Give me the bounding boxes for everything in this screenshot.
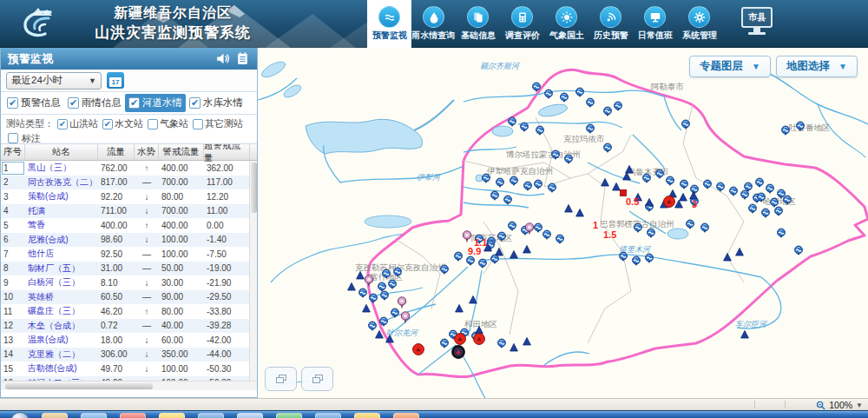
nav-item-5[interactable]: 气象国土 xyxy=(544,0,589,48)
table-row[interactable]: 7他什店92.50—100.00-7.50 xyxy=(1,247,257,262)
taskbar-app-icon-4[interactable] xyxy=(159,413,185,418)
triangle-station-marker[interactable] xyxy=(357,271,365,279)
black-ring-alert-marker[interactable] xyxy=(452,346,464,357)
taskbar-app-icon-9[interactable] xyxy=(354,413,380,418)
taskbar-app-icon-6[interactable] xyxy=(237,413,263,418)
gear-icon xyxy=(688,6,710,28)
calendar-icon[interactable]: 17 xyxy=(107,72,124,89)
thematic-layers-button[interactable]: 专题图层 ▼ xyxy=(689,56,771,77)
filter-chip-1[interactable]: ✔预警信息 xyxy=(3,94,64,112)
browser-zoom-control[interactable]: 100% ▼ xyxy=(816,399,863,411)
table-row[interactable]: 12木垒（合成）0.72—40.00-39.28 xyxy=(1,319,257,334)
taskbar-app-icon-5[interactable] xyxy=(198,413,224,418)
pin-station-marker[interactable] xyxy=(359,289,367,298)
red-alert-marker[interactable] xyxy=(664,196,675,208)
table-row[interactable]: 6尼雅(合成)98.60↓100.00-1.40 xyxy=(1,233,257,248)
city-county-button[interactable]: 市县 xyxy=(736,7,778,43)
taskbar-app-icon-8[interactable] xyxy=(315,413,341,418)
row-no: 4 xyxy=(1,204,25,219)
windows-icon xyxy=(276,375,286,383)
pin-station-marker[interactable] xyxy=(782,126,790,136)
filter-chip-4[interactable]: ✔水库水情 xyxy=(186,94,247,112)
filter-chip-2[interactable]: ✔雨情信息 xyxy=(64,94,125,112)
window-tool-button-1[interactable] xyxy=(265,367,297,391)
annotation-checkbox[interactable] xyxy=(8,133,18,143)
station-name: 托满 xyxy=(25,204,98,219)
red-alert-marker[interactable] xyxy=(413,344,424,355)
os-taskbar[interactable] xyxy=(0,410,868,418)
column-header[interactable]: 水势 xyxy=(135,144,159,160)
nav-item-2[interactable]: 雨水情查询 xyxy=(411,0,456,48)
table-row[interactable]: 15吉勒德(合成)49.70↓100.00-50.30 xyxy=(1,362,257,376)
vertical-scrollbar[interactable] xyxy=(249,161,257,382)
station-type-2[interactable]: ✔水文站 xyxy=(102,117,143,130)
table-row[interactable]: 1黑山（三）762.00↑400.00362.00 xyxy=(1,161,257,176)
nav-item-7[interactable]: 日常值班 xyxy=(633,0,677,48)
flow-value: 18.00 xyxy=(98,333,135,348)
nav-item-label: 预警监视 xyxy=(372,30,407,41)
station-type-text: 山洪站 xyxy=(69,117,98,130)
vertical-scroll-thumb[interactable] xyxy=(251,163,257,213)
table-row[interactable]: 14克里雅（二）306.00↓350.00-44.00 xyxy=(1,348,257,362)
nav-item-4[interactable]: 调查评价 xyxy=(500,0,544,48)
pin-station-marker[interactable] xyxy=(369,322,377,331)
checkbox[interactable]: ✔ xyxy=(7,97,18,109)
station-type-3[interactable]: 气象站 xyxy=(148,117,188,130)
triangle-station-marker[interactable] xyxy=(363,304,371,312)
filter-chip-3[interactable]: ✔河道水情 xyxy=(125,94,186,112)
red-alert-marker[interactable] xyxy=(474,334,485,345)
time-range-select[interactable]: 最近24小时 ▼ xyxy=(6,72,102,90)
column-header[interactable]: 序号 xyxy=(1,144,25,160)
map-select-button[interactable]: 地图选择 ▼ xyxy=(776,56,858,77)
speaker-icon[interactable] xyxy=(215,51,230,66)
taskbar-app-icon-2[interactable] xyxy=(81,413,107,418)
table-row[interactable]: 3策勒(合成)92.20↓80.0012.20 xyxy=(1,189,257,204)
taskbar-app-icon-3[interactable] xyxy=(120,413,146,418)
triangle-station-marker[interactable] xyxy=(741,330,749,338)
taskbar-app-icon-7[interactable] xyxy=(276,413,302,418)
table-row[interactable]: 8制材厂（五）31.00—50.00-19.00 xyxy=(1,262,257,276)
table-row[interactable]: 10英雄桥60.50—90.00-29.50 xyxy=(1,290,257,305)
table-row[interactable]: 2同古孜洛克（二）817.00—700.00117.00 xyxy=(1,176,257,190)
column-header[interactable]: 警戒流量 xyxy=(159,144,204,160)
triangle-station-marker[interactable] xyxy=(348,282,356,290)
table-row[interactable]: 5莺香400.00↑400.000.00 xyxy=(1,218,257,233)
column-header[interactable]: 流量 xyxy=(98,144,135,160)
horizontal-scrollbar[interactable] xyxy=(1,381,257,390)
station-type-4[interactable]: 其它测站 xyxy=(193,117,243,130)
nav-item-6[interactable]: 历史预警 xyxy=(589,0,633,48)
horizontal-scroll-thumb[interactable] xyxy=(5,383,153,389)
warn-flow: 90.00 xyxy=(159,290,204,305)
over-warn-flow: -39.28 xyxy=(204,319,250,334)
taskbar-app-icon-1[interactable] xyxy=(42,413,68,418)
table-row[interactable]: 11碾盘庄（三）46.20↑80.00-33.80 xyxy=(1,304,257,319)
red-alert-marker[interactable] xyxy=(455,334,466,345)
nav-item-3[interactable]: 基础信息 xyxy=(456,0,500,48)
window-tool-button-2[interactable] xyxy=(301,367,333,391)
table-row[interactable]: 13温泉(合成)18.00↓60.00-42.00 xyxy=(1,333,257,348)
checkbox[interactable] xyxy=(193,119,203,129)
checkbox[interactable]: ✔ xyxy=(57,119,68,129)
column-header[interactable]: 站名 xyxy=(25,144,98,160)
checkbox[interactable] xyxy=(148,119,158,129)
nav-item-8[interactable]: 系统管理 xyxy=(677,0,721,48)
red-square-alert-marker[interactable] xyxy=(620,189,626,196)
nav-item-1[interactable]: 预警监视 xyxy=(367,0,411,48)
notebook-icon[interactable] xyxy=(235,51,250,66)
checkbox[interactable]: ✔ xyxy=(189,97,201,109)
zoom-level: 100% xyxy=(829,400,852,410)
checkbox[interactable]: ✔ xyxy=(128,97,140,109)
taskbar-app-icon-10[interactable] xyxy=(393,413,419,418)
warn-flow: 80.00 xyxy=(159,304,204,319)
checkbox[interactable]: ✔ xyxy=(68,97,79,109)
station-name: 尼雅(合成) xyxy=(25,233,98,248)
warn-flow: 100.00 xyxy=(159,233,204,248)
table-row[interactable]: 9白杨河（三）8.10↓30.00-21.90 xyxy=(1,275,257,290)
station-type-1[interactable]: ✔山洪站 xyxy=(57,117,98,130)
start-orb[interactable] xyxy=(10,412,30,418)
column-header[interactable]: 超警戒流量 xyxy=(204,144,250,160)
checkbox[interactable]: ✔ xyxy=(102,119,113,129)
table-row[interactable]: 4托满711.00↓700.0011.00 xyxy=(1,204,257,219)
map-canvas[interactable]: 阿勒泰市克拉玛依市吐鲁番地区博尔塔拉蒙古自治州伊犁哈萨克自治州乌鲁木齐市巴音郭楞… xyxy=(258,48,868,398)
xinjiang-map[interactable]: 阿勒泰市克拉玛依市吐鲁番地区博尔塔拉蒙古自治州伊犁哈萨克自治州乌鲁木齐市巴音郭楞… xyxy=(258,48,868,398)
